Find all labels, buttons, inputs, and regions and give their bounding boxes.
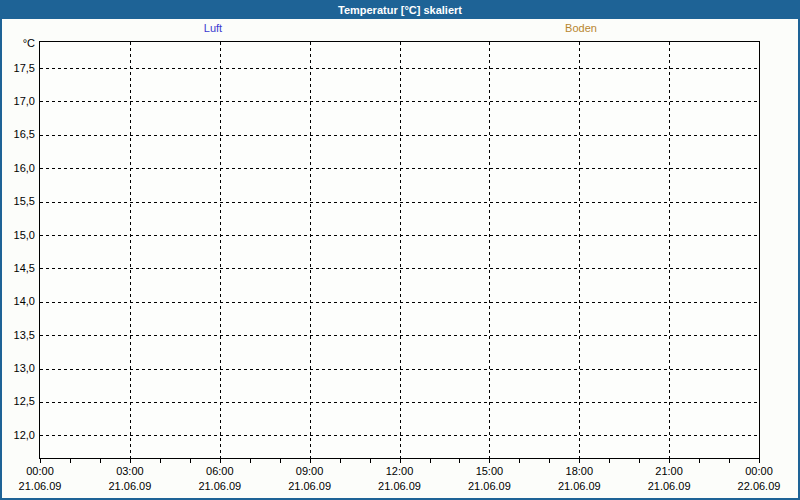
y-axis-unit-label: °C (2, 37, 35, 49)
x-tick-mark (430, 459, 431, 463)
x-tick-time-label: 00:00 (26, 465, 54, 477)
x-gridline (130, 42, 131, 458)
x-tick-mark (639, 459, 640, 463)
x-gridline (400, 42, 401, 458)
y-tick-label: 17,0 (2, 95, 35, 108)
x-tick-mark (489, 459, 490, 463)
x-gridline (489, 42, 490, 458)
x-tick-mark (699, 459, 700, 463)
y-tick-label: 17,5 (2, 62, 35, 75)
x-tick-date-label: 22.06.09 (738, 480, 781, 492)
x-tick-mark (370, 459, 371, 463)
plot-area (39, 41, 760, 459)
title-bar: Temperatur [°C] skaliert (2, 2, 798, 19)
y-tick-label: 14,5 (2, 262, 35, 275)
x-tick-mark (190, 459, 191, 463)
x-tick-date-label: 21.06.09 (108, 480, 151, 492)
x-tick-date-label: 21.06.09 (19, 480, 62, 492)
x-tick-mark (100, 459, 101, 463)
x-tick-mark (759, 459, 760, 463)
y-tick-label: 12,5 (2, 395, 35, 408)
x-tick-mark (519, 459, 520, 463)
x-tick-date-label: 21.06.09 (558, 480, 601, 492)
x-tick-time-label: 21:00 (655, 465, 683, 477)
y-tick-label: 12,0 (2, 429, 35, 442)
x-tick-mark (400, 459, 401, 463)
x-gridline (579, 42, 580, 458)
legend-item-boden: Boden (565, 22, 597, 34)
x-tick-mark (609, 459, 610, 463)
x-tick-mark (459, 459, 460, 463)
window-title: Temperatur [°C] skaliert (338, 4, 462, 16)
x-gridline (669, 42, 670, 458)
y-tick-label: 16,0 (2, 162, 35, 175)
x-tick-mark (250, 459, 251, 463)
x-tick-time-label: 12:00 (386, 465, 414, 477)
x-tick-date-label: 21.06.09 (378, 480, 421, 492)
x-tick-mark (729, 459, 730, 463)
y-tick-label: 13,5 (2, 329, 35, 342)
x-tick-mark (280, 459, 281, 463)
x-tick-time-label: 03:00 (116, 465, 144, 477)
x-tick-mark (669, 459, 670, 463)
y-tick-label: 14,0 (2, 295, 35, 308)
x-tick-date-label: 21.06.09 (648, 480, 691, 492)
x-tick-mark (579, 459, 580, 463)
x-tick-date-label: 21.06.09 (468, 480, 511, 492)
x-tick-time-label: 06:00 (206, 465, 234, 477)
x-tick-date-label: 21.06.09 (288, 480, 331, 492)
x-tick-mark (340, 459, 341, 463)
x-tick-mark (549, 459, 550, 463)
x-tick-time-label: 09:00 (296, 465, 324, 477)
y-tick-label: 15,5 (2, 195, 35, 208)
y-tick-label: 15,0 (2, 229, 35, 242)
x-tick-mark (310, 459, 311, 463)
x-tick-mark (160, 459, 161, 463)
legend-item-luft: Luft (204, 22, 222, 34)
chart-window: Temperatur [°C] skaliert Luft Boden °C 1… (0, 0, 800, 500)
x-gridline (310, 42, 311, 458)
x-tick-mark (130, 459, 131, 463)
x-tick-time-label: 15:00 (476, 465, 504, 477)
y-tick-label: 13,0 (2, 362, 35, 375)
x-tick-time-label: 18:00 (566, 465, 594, 477)
x-tick-mark (70, 459, 71, 463)
x-tick-time-label: 00:00 (745, 465, 773, 477)
x-tick-mark (220, 459, 221, 463)
x-gridline (220, 42, 221, 458)
x-tick-mark (40, 459, 41, 463)
y-tick-label: 16,5 (2, 128, 35, 141)
x-tick-date-label: 21.06.09 (198, 480, 241, 492)
